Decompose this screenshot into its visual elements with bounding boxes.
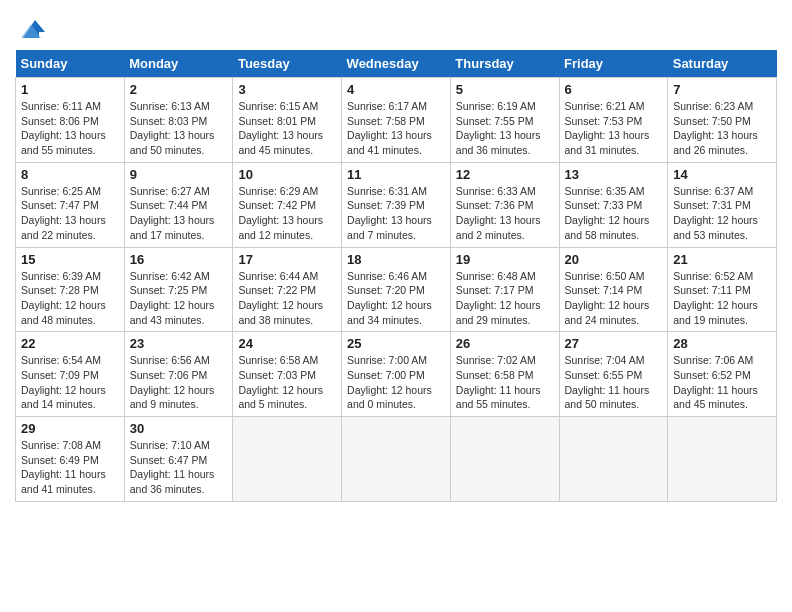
day-info: Sunrise: 6:31 AM Sunset: 7:39 PM Dayligh…	[347, 184, 445, 243]
day-cell-21: 21Sunrise: 6:52 AM Sunset: 7:11 PM Dayli…	[668, 247, 777, 332]
day-cell-empty	[450, 417, 559, 502]
day-cell-5: 5Sunrise: 6:19 AM Sunset: 7:55 PM Daylig…	[450, 78, 559, 163]
day-number: 18	[347, 252, 445, 267]
day-number: 1	[21, 82, 119, 97]
day-number: 5	[456, 82, 554, 97]
week-row-4: 22Sunrise: 6:54 AM Sunset: 7:09 PM Dayli…	[16, 332, 777, 417]
day-number: 19	[456, 252, 554, 267]
day-cell-empty	[342, 417, 451, 502]
day-info: Sunrise: 6:13 AM Sunset: 8:03 PM Dayligh…	[130, 99, 228, 158]
day-number: 12	[456, 167, 554, 182]
day-cell-14: 14Sunrise: 6:37 AM Sunset: 7:31 PM Dayli…	[668, 162, 777, 247]
day-info: Sunrise: 6:23 AM Sunset: 7:50 PM Dayligh…	[673, 99, 771, 158]
day-cell-18: 18Sunrise: 6:46 AM Sunset: 7:20 PM Dayli…	[342, 247, 451, 332]
day-info: Sunrise: 6:19 AM Sunset: 7:55 PM Dayligh…	[456, 99, 554, 158]
day-cell-empty	[668, 417, 777, 502]
day-info: Sunrise: 7:04 AM Sunset: 6:55 PM Dayligh…	[565, 353, 663, 412]
day-cell-22: 22Sunrise: 6:54 AM Sunset: 7:09 PM Dayli…	[16, 332, 125, 417]
day-cell-12: 12Sunrise: 6:33 AM Sunset: 7:36 PM Dayli…	[450, 162, 559, 247]
week-row-5: 29Sunrise: 7:08 AM Sunset: 6:49 PM Dayli…	[16, 417, 777, 502]
day-number: 22	[21, 336, 119, 351]
day-number: 30	[130, 421, 228, 436]
day-number: 9	[130, 167, 228, 182]
day-info: Sunrise: 6:35 AM Sunset: 7:33 PM Dayligh…	[565, 184, 663, 243]
calendar-table: SundayMondayTuesdayWednesdayThursdayFrid…	[15, 50, 777, 502]
day-number: 24	[238, 336, 336, 351]
day-cell-30: 30Sunrise: 7:10 AM Sunset: 6:47 PM Dayli…	[124, 417, 233, 502]
day-cell-13: 13Sunrise: 6:35 AM Sunset: 7:33 PM Dayli…	[559, 162, 668, 247]
day-info: Sunrise: 6:42 AM Sunset: 7:25 PM Dayligh…	[130, 269, 228, 328]
day-cell-empty	[559, 417, 668, 502]
day-cell-25: 25Sunrise: 7:00 AM Sunset: 7:00 PM Dayli…	[342, 332, 451, 417]
day-number: 14	[673, 167, 771, 182]
day-cell-26: 26Sunrise: 7:02 AM Sunset: 6:58 PM Dayli…	[450, 332, 559, 417]
day-cell-7: 7Sunrise: 6:23 AM Sunset: 7:50 PM Daylig…	[668, 78, 777, 163]
header	[15, 10, 777, 44]
day-info: Sunrise: 7:10 AM Sunset: 6:47 PM Dayligh…	[130, 438, 228, 497]
day-number: 21	[673, 252, 771, 267]
day-number: 7	[673, 82, 771, 97]
day-info: Sunrise: 6:37 AM Sunset: 7:31 PM Dayligh…	[673, 184, 771, 243]
day-info: Sunrise: 6:29 AM Sunset: 7:42 PM Dayligh…	[238, 184, 336, 243]
day-cell-19: 19Sunrise: 6:48 AM Sunset: 7:17 PM Dayli…	[450, 247, 559, 332]
day-info: Sunrise: 6:50 AM Sunset: 7:14 PM Dayligh…	[565, 269, 663, 328]
day-cell-16: 16Sunrise: 6:42 AM Sunset: 7:25 PM Dayli…	[124, 247, 233, 332]
day-number: 16	[130, 252, 228, 267]
day-number: 6	[565, 82, 663, 97]
day-cell-29: 29Sunrise: 7:08 AM Sunset: 6:49 PM Dayli…	[16, 417, 125, 502]
day-number: 8	[21, 167, 119, 182]
day-info: Sunrise: 7:00 AM Sunset: 7:00 PM Dayligh…	[347, 353, 445, 412]
day-info: Sunrise: 6:17 AM Sunset: 7:58 PM Dayligh…	[347, 99, 445, 158]
day-number: 23	[130, 336, 228, 351]
day-info: Sunrise: 6:46 AM Sunset: 7:20 PM Dayligh…	[347, 269, 445, 328]
day-header-monday: Monday	[124, 50, 233, 78]
day-info: Sunrise: 7:06 AM Sunset: 6:52 PM Dayligh…	[673, 353, 771, 412]
day-number: 28	[673, 336, 771, 351]
day-number: 2	[130, 82, 228, 97]
day-info: Sunrise: 6:56 AM Sunset: 7:06 PM Dayligh…	[130, 353, 228, 412]
day-cell-empty	[233, 417, 342, 502]
day-info: Sunrise: 6:48 AM Sunset: 7:17 PM Dayligh…	[456, 269, 554, 328]
day-cell-3: 3Sunrise: 6:15 AM Sunset: 8:01 PM Daylig…	[233, 78, 342, 163]
day-info: Sunrise: 6:25 AM Sunset: 7:47 PM Dayligh…	[21, 184, 119, 243]
day-info: Sunrise: 6:52 AM Sunset: 7:11 PM Dayligh…	[673, 269, 771, 328]
day-header-row: SundayMondayTuesdayWednesdayThursdayFrid…	[16, 50, 777, 78]
day-header-saturday: Saturday	[668, 50, 777, 78]
day-cell-8: 8Sunrise: 6:25 AM Sunset: 7:47 PM Daylig…	[16, 162, 125, 247]
day-number: 4	[347, 82, 445, 97]
day-cell-20: 20Sunrise: 6:50 AM Sunset: 7:14 PM Dayli…	[559, 247, 668, 332]
day-cell-9: 9Sunrise: 6:27 AM Sunset: 7:44 PM Daylig…	[124, 162, 233, 247]
day-info: Sunrise: 6:58 AM Sunset: 7:03 PM Dayligh…	[238, 353, 336, 412]
day-header-wednesday: Wednesday	[342, 50, 451, 78]
day-header-tuesday: Tuesday	[233, 50, 342, 78]
day-cell-23: 23Sunrise: 6:56 AM Sunset: 7:06 PM Dayli…	[124, 332, 233, 417]
day-cell-6: 6Sunrise: 6:21 AM Sunset: 7:53 PM Daylig…	[559, 78, 668, 163]
logo-icon	[17, 16, 45, 44]
day-number: 26	[456, 336, 554, 351]
week-row-1: 1Sunrise: 6:11 AM Sunset: 8:06 PM Daylig…	[16, 78, 777, 163]
day-number: 17	[238, 252, 336, 267]
day-number: 29	[21, 421, 119, 436]
day-number: 15	[21, 252, 119, 267]
week-row-2: 8Sunrise: 6:25 AM Sunset: 7:47 PM Daylig…	[16, 162, 777, 247]
day-cell-28: 28Sunrise: 7:06 AM Sunset: 6:52 PM Dayli…	[668, 332, 777, 417]
day-info: Sunrise: 6:54 AM Sunset: 7:09 PM Dayligh…	[21, 353, 119, 412]
day-cell-1: 1Sunrise: 6:11 AM Sunset: 8:06 PM Daylig…	[16, 78, 125, 163]
day-cell-10: 10Sunrise: 6:29 AM Sunset: 7:42 PM Dayli…	[233, 162, 342, 247]
day-cell-17: 17Sunrise: 6:44 AM Sunset: 7:22 PM Dayli…	[233, 247, 342, 332]
day-number: 3	[238, 82, 336, 97]
day-info: Sunrise: 6:39 AM Sunset: 7:28 PM Dayligh…	[21, 269, 119, 328]
day-number: 13	[565, 167, 663, 182]
day-cell-4: 4Sunrise: 6:17 AM Sunset: 7:58 PM Daylig…	[342, 78, 451, 163]
day-cell-15: 15Sunrise: 6:39 AM Sunset: 7:28 PM Dayli…	[16, 247, 125, 332]
day-header-friday: Friday	[559, 50, 668, 78]
week-row-3: 15Sunrise: 6:39 AM Sunset: 7:28 PM Dayli…	[16, 247, 777, 332]
day-info: Sunrise: 6:21 AM Sunset: 7:53 PM Dayligh…	[565, 99, 663, 158]
day-header-sunday: Sunday	[16, 50, 125, 78]
day-number: 11	[347, 167, 445, 182]
day-cell-24: 24Sunrise: 6:58 AM Sunset: 7:03 PM Dayli…	[233, 332, 342, 417]
day-number: 27	[565, 336, 663, 351]
day-info: Sunrise: 6:11 AM Sunset: 8:06 PM Dayligh…	[21, 99, 119, 158]
day-cell-11: 11Sunrise: 6:31 AM Sunset: 7:39 PM Dayli…	[342, 162, 451, 247]
day-number: 25	[347, 336, 445, 351]
